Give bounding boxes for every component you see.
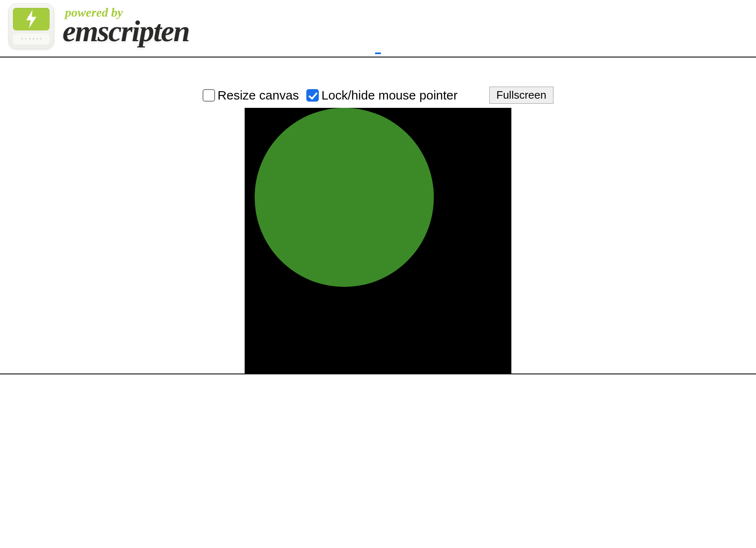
brand-text: powered by emscripten xyxy=(63,6,189,46)
bottom-divider xyxy=(0,374,756,374)
fullscreen-button[interactable]: Fullscreen xyxy=(489,87,553,104)
canvas-section: Resize canvas Lock/hide mouse pointer Fu… xyxy=(0,57,756,374)
lightning-bolt-icon xyxy=(24,10,38,28)
logo-keyboard-strip xyxy=(13,33,50,45)
brand-name: emscripten xyxy=(63,16,189,46)
header: powered by emscripten xyxy=(0,0,756,52)
emscripten-canvas[interactable] xyxy=(245,108,511,374)
resize-canvas-label: Resize canvas xyxy=(218,88,299,102)
lock-pointer-control[interactable]: Lock/hide mouse pointer xyxy=(306,88,458,102)
logo-bolt-panel xyxy=(13,8,50,30)
separator-link[interactable] xyxy=(375,52,381,54)
resize-canvas-control[interactable]: Resize canvas xyxy=(203,88,299,102)
rendered-circle xyxy=(255,108,434,287)
emscripten-logo-icon xyxy=(8,3,54,49)
resize-canvas-checkbox[interactable] xyxy=(203,89,215,102)
lock-pointer-checkbox[interactable] xyxy=(306,89,319,102)
lock-pointer-label: Lock/hide mouse pointer xyxy=(321,88,458,102)
controls-row: Resize canvas Lock/hide mouse pointer Fu… xyxy=(0,57,756,108)
link-bar xyxy=(0,52,756,57)
canvas-wrap xyxy=(0,108,756,374)
